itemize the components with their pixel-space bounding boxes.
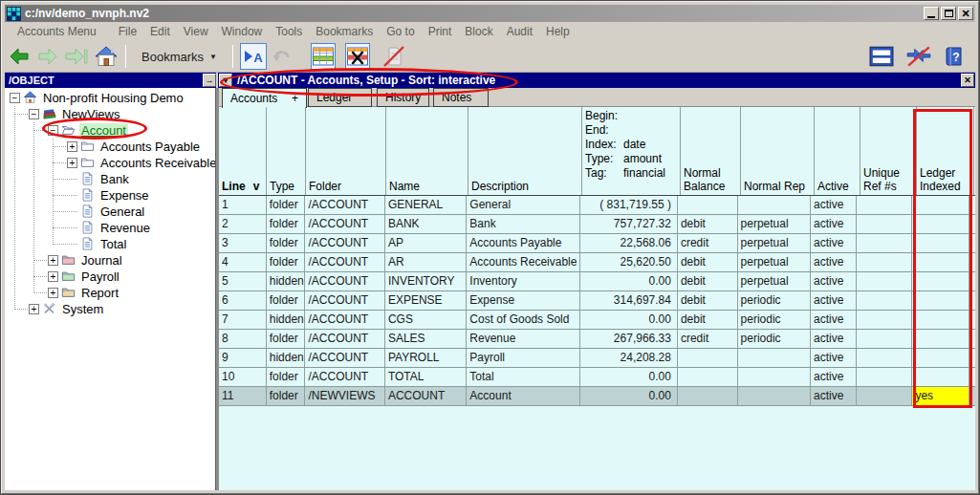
panel-arrow-right-button[interactable]: → (203, 74, 216, 87)
collapse-toggle-icon[interactable]: − (29, 109, 39, 119)
cell-normal_balance[interactable] (678, 196, 738, 214)
table-row-4[interactable]: 4folder/ACCOUNTARAccounts Receivable25,6… (219, 253, 975, 272)
menu-item-audit[interactable]: Audit (500, 23, 539, 40)
cell-amount[interactable]: 267,966.33 (580, 330, 678, 348)
panel-close-button[interactable]: ✕ (961, 74, 974, 87)
cell-ledger_indexed[interactable] (912, 368, 969, 386)
menu-item-bookmarks[interactable]: Bookmarks (309, 23, 380, 40)
tree-item-system[interactable]: +System (29, 301, 105, 317)
menu-item-view[interactable]: View (177, 23, 215, 40)
cell-ledger_indexed[interactable] (912, 291, 969, 310)
cell-unique_ref[interactable] (857, 349, 913, 367)
cell-amount[interactable]: 314,697.84 (580, 291, 678, 310)
cell-type[interactable]: hidden (267, 349, 306, 367)
cell-line[interactable]: 9 (219, 349, 267, 367)
forward-button[interactable] (35, 43, 60, 70)
cell-type[interactable]: folder (267, 253, 306, 271)
expand-toggle-icon[interactable]: + (48, 288, 58, 298)
cell-amount[interactable]: 25,620.50 (580, 253, 678, 271)
split-view-button[interactable] (868, 43, 895, 70)
cell-normal_balance[interactable]: debit (678, 215, 738, 233)
cell-unique_ref[interactable] (857, 272, 913, 291)
menu-item-go-to[interactable]: Go to (380, 23, 421, 40)
cell-normal_balance[interactable]: debit (678, 253, 738, 271)
cell-folder[interactable]: /ACCOUNT (305, 368, 384, 386)
linked-view-disabled-button[interactable] (904, 43, 933, 70)
cell-unique_ref[interactable] (857, 196, 913, 214)
expand-toggle-icon[interactable]: + (67, 158, 77, 168)
cell-name[interactable]: CGS (385, 311, 467, 329)
cell-folder[interactable]: /ACCOUNT (305, 291, 384, 310)
view-dropdown-button[interactable]: ▼ (219, 74, 232, 87)
cell-type[interactable]: folder (267, 330, 306, 348)
cell-type[interactable]: folder (267, 215, 306, 233)
cell-ledger_indexed[interactable] (912, 234, 969, 252)
cell-description[interactable]: Accounts Receivable (467, 253, 579, 271)
cell-active[interactable]: active (811, 387, 857, 405)
cell-description[interactable]: Payroll (467, 349, 579, 367)
cell-normal_balance[interactable]: credit (678, 234, 738, 252)
tab-accounts[interactable]: Accounts+ (222, 88, 307, 108)
tab-ledger[interactable]: Ledger (308, 88, 372, 107)
table-row-10[interactable]: 10folder/ACCOUNTTOTALTotal0.00active (219, 368, 975, 387)
cell-active[interactable]: active (811, 349, 857, 367)
tree-item-non-profit-housing-demo[interactable]: −Non-profit Housing Demo (10, 90, 185, 106)
cell-normal_rep[interactable] (738, 349, 812, 367)
table-row-9[interactable]: 9hidden/ACCOUNTPAYROLLPayroll24,208.28ac… (219, 349, 975, 368)
tree-item-journal[interactable]: +Journal (48, 252, 124, 269)
cell-normal_rep[interactable]: perpetual (738, 253, 812, 271)
tree-item-payroll[interactable]: +Payroll (48, 269, 121, 285)
table-row-3[interactable]: 3folder/ACCOUNTAPAccounts Payable22,568.… (219, 234, 975, 253)
cell-description[interactable]: Cost of Goods Sold (467, 311, 579, 329)
cell-amount[interactable]: 0.00 (580, 272, 678, 291)
column-header-type[interactable]: Type (267, 107, 306, 195)
new-tab-button[interactable]: + (278, 92, 298, 105)
cell-name[interactable]: PAYROLL (385, 349, 467, 367)
titlebar[interactable]: c:/nv/demo_nvnph.nv2 ✕ (5, 5, 975, 22)
cell-normal_balance[interactable]: debit (678, 272, 738, 291)
cell-unique_ref[interactable] (857, 291, 913, 310)
cell-unique_ref[interactable] (857, 253, 913, 271)
cell-line[interactable]: 6 (219, 291, 267, 310)
tree-item-total[interactable]: Total (67, 236, 128, 252)
cell-active[interactable]: active (811, 196, 857, 214)
cell-description[interactable]: Total (467, 368, 579, 386)
cell-type[interactable]: folder (267, 234, 306, 252)
cell-active[interactable]: active (811, 330, 857, 348)
cell-amount[interactable]: 0.00 (580, 387, 678, 405)
home-button[interactable] (94, 43, 119, 70)
cell-normal_rep[interactable]: periodic (738, 291, 812, 310)
cell-line[interactable]: 10 (219, 368, 267, 386)
cell-ledger_indexed[interactable] (912, 215, 969, 233)
tree-item-account[interactable]: −Account (48, 122, 128, 139)
cell-folder[interactable]: /ACCOUNT (305, 330, 384, 348)
cell-ledger_indexed[interactable]: yes (912, 387, 969, 405)
cell-ledger_indexed[interactable] (912, 196, 969, 214)
cell-normal_rep[interactable]: perpetual (738, 272, 812, 291)
cell-unique_ref[interactable] (857, 234, 913, 252)
column-header-active[interactable]: Active (815, 107, 860, 195)
close-button[interactable]: ✕ (958, 7, 973, 20)
cell-name[interactable]: EXPENSE (385, 291, 467, 310)
cell-normal_rep[interactable] (738, 387, 812, 405)
cell-description[interactable]: Expense (467, 291, 579, 310)
menu-item-tools[interactable]: Tools (269, 23, 309, 40)
cell-folder[interactable]: /ACCOUNT (305, 234, 384, 252)
cell-type[interactable]: folder (267, 368, 306, 386)
menu-item-print[interactable]: Print (422, 23, 459, 40)
cell-unique_ref[interactable] (857, 215, 913, 233)
undo-button[interactable] (271, 43, 295, 70)
tree-item-accounts-receivable[interactable]: +Accounts Receivable (67, 155, 215, 171)
cell-amount[interactable]: 0.00 (580, 368, 678, 386)
cell-unique_ref[interactable] (857, 368, 913, 386)
column-header-normal_rep[interactable]: Normal Rep (741, 107, 815, 195)
cell-line[interactable]: 5 (219, 272, 267, 291)
cell-folder[interactable]: /ACCOUNT (305, 272, 384, 291)
cell-active[interactable]: active (811, 272, 857, 291)
cell-folder[interactable]: /ACCOUNT (305, 215, 384, 233)
help-button[interactable]: ? (943, 43, 968, 70)
cell-normal_rep[interactable] (738, 368, 812, 386)
cell-amount[interactable]: ( 831,719.55 ) (580, 196, 678, 214)
expand-toggle-icon[interactable]: + (29, 304, 39, 314)
table-row-7[interactable]: 7hidden/ACCOUNTCGSCost of Goods Sold0.00… (219, 311, 975, 330)
